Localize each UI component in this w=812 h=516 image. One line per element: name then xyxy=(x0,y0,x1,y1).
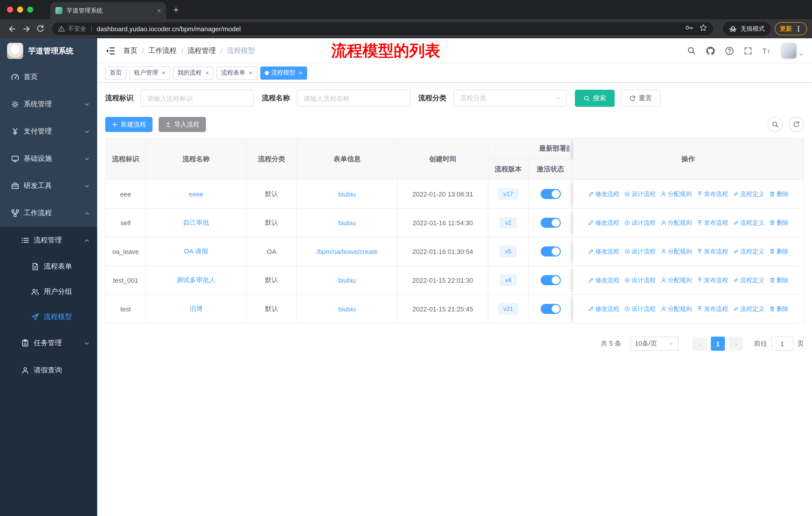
form-info-link[interactable]: biubiu xyxy=(338,276,356,284)
sidebar-item-payment[interactable]: 支付管理 xyxy=(0,118,97,145)
sidebar-item-process-management[interactable]: 流程管理 xyxy=(0,227,97,254)
active-toggle[interactable] xyxy=(541,189,560,199)
breadcrumb-workflow[interactable]: 工作流程 xyxy=(148,46,177,55)
process-definition-link[interactable]: 流程定义 xyxy=(733,218,764,227)
assign-rule-link[interactable]: 分配规则 xyxy=(660,305,692,313)
sidebar-item-workflow[interactable]: 工作流程 xyxy=(0,199,97,227)
fullscreen-icon[interactable] xyxy=(744,47,752,55)
active-toggle[interactable] xyxy=(541,218,560,228)
window-zoom-button[interactable] xyxy=(27,6,33,12)
help-icon[interactable] xyxy=(725,46,734,55)
search-button[interactable]: 搜索 xyxy=(575,90,615,107)
process-definition-link[interactable]: 流程定义 xyxy=(733,247,764,256)
sidebar-collapse-icon[interactable] xyxy=(105,46,115,56)
process-category-select[interactable]: 流程分类 xyxy=(454,90,567,107)
reset-button[interactable]: 重置 xyxy=(621,90,661,107)
sidebar-item-task-management[interactable]: 任务管理 xyxy=(0,330,97,357)
close-icon[interactable]: × xyxy=(299,70,303,76)
assign-rule-link[interactable]: 分配规则 xyxy=(660,190,692,198)
sidebar-item-user-group[interactable]: 用户分组 xyxy=(0,279,97,304)
tag-process-model[interactable]: 流程模型 × xyxy=(260,66,307,79)
publish-process-link[interactable]: 发布流程 xyxy=(696,305,728,313)
process-definition-link[interactable]: 流程定义 xyxy=(733,190,764,198)
design-process-link[interactable]: 设计流程 xyxy=(624,190,656,198)
font-size-icon[interactable] xyxy=(762,46,771,55)
assign-rule-link[interactable]: 分配规则 xyxy=(660,276,692,284)
modify-process-link[interactable]: 修改流程 xyxy=(588,247,619,256)
sidebar-item-process-form[interactable]: 流程表单 xyxy=(0,254,97,279)
delete-link[interactable]: 删除 xyxy=(769,305,789,313)
process-definition-link[interactable]: 流程定义 xyxy=(733,276,764,284)
refresh-table-button[interactable] xyxy=(789,117,804,132)
app-logo[interactable]: 芋道管理系统 xyxy=(0,38,97,63)
tag-process-form[interactable]: 流程表单 × xyxy=(216,66,257,79)
tag-home[interactable]: 首页 xyxy=(105,66,126,79)
modify-process-link[interactable]: 修改流程 xyxy=(588,190,619,198)
sidebar-item-leave-query[interactable]: 请假查询 xyxy=(0,357,97,384)
sidebar-item-home[interactable]: 首页 xyxy=(0,63,97,91)
modify-process-link[interactable]: 修改流程 xyxy=(588,218,619,227)
assign-rule-link[interactable]: 分配规则 xyxy=(660,247,692,256)
form-info-link[interactable]: biubiu xyxy=(338,219,356,226)
assign-rule-link[interactable]: 分配规则 xyxy=(660,218,692,227)
browser-menu-icon[interactable]: ⋮ xyxy=(795,25,802,33)
reload-button[interactable] xyxy=(33,22,47,36)
modify-process-link[interactable]: 修改流程 xyxy=(588,276,619,284)
current-page-button[interactable]: 1 xyxy=(711,336,725,351)
import-process-button[interactable]: 导入流程 xyxy=(158,117,206,132)
publish-process-link[interactable]: 发布流程 xyxy=(696,218,728,227)
tag-tenant-management[interactable]: 租户管理 × xyxy=(129,66,170,79)
close-icon[interactable]: × xyxy=(249,70,253,76)
publish-process-link[interactable]: 发布流程 xyxy=(696,247,728,256)
close-icon[interactable]: × xyxy=(205,70,209,76)
next-page-button[interactable]: › xyxy=(729,336,743,351)
breadcrumb-home[interactable]: 首页 xyxy=(123,46,138,55)
bookmark-star-icon[interactable] xyxy=(699,24,707,34)
forward-button[interactable] xyxy=(19,22,33,36)
process-name-link[interactable]: 滔博 xyxy=(190,305,203,313)
tag-my-process[interactable]: 我的流程 × xyxy=(173,66,213,79)
design-process-link[interactable]: 设计流程 xyxy=(624,305,656,313)
delete-link[interactable]: 删除 xyxy=(769,218,789,227)
sidebar-item-process-model[interactable]: 流程模型 xyxy=(0,304,97,330)
header-search-icon[interactable] xyxy=(687,46,696,55)
delete-link[interactable]: 删除 xyxy=(769,247,789,256)
delete-link[interactable]: 删除 xyxy=(769,276,789,284)
breadcrumb-process-management[interactable]: 流程管理 xyxy=(188,46,216,55)
page-size-select[interactable]: 10条/页 xyxy=(630,336,678,351)
sidebar-item-infra[interactable]: 基础设施 xyxy=(0,145,97,172)
form-info-link[interactable]: biubiu xyxy=(338,190,356,198)
active-toggle[interactable] xyxy=(541,275,560,285)
sidebar-item-devtools[interactable]: 研发工具 xyxy=(0,172,97,199)
goto-page-input[interactable] xyxy=(771,336,793,351)
form-info-link[interactable]: biubiu xyxy=(338,305,356,313)
modify-process-link[interactable]: 修改流程 xyxy=(588,305,619,313)
user-menu[interactable] xyxy=(781,43,804,58)
back-button[interactable] xyxy=(5,22,19,36)
active-toggle[interactable] xyxy=(541,304,560,314)
process-definition-link[interactable]: 流程定义 xyxy=(733,305,764,313)
design-process-link[interactable]: 设计流程 xyxy=(624,276,656,284)
browser-update-button[interactable]: 更新 ⋮ xyxy=(775,22,807,35)
active-toggle[interactable] xyxy=(541,246,560,256)
close-icon[interactable]: × xyxy=(162,70,165,76)
address-bar[interactable]: 不安全 dashboard.yudao.iocoder.cn/bpm/manag… xyxy=(51,22,714,36)
toggle-search-button[interactable] xyxy=(768,117,783,132)
form-info-link[interactable]: /bpm/oa/leave/create xyxy=(317,248,378,255)
process-name-link[interactable]: OA 请假 xyxy=(184,247,208,255)
process-id-input[interactable] xyxy=(141,90,254,107)
password-key-icon[interactable] xyxy=(685,24,693,34)
window-minimize-button[interactable] xyxy=(17,6,23,12)
process-name-link[interactable]: eeee xyxy=(189,190,203,198)
github-icon[interactable] xyxy=(706,46,715,55)
create-process-button[interactable]: 新建流程 xyxy=(105,117,152,132)
delete-link[interactable]: 删除 xyxy=(769,190,789,198)
design-process-link[interactable]: 设计流程 xyxy=(624,247,656,256)
process-name-link[interactable]: 自己审批 xyxy=(183,219,209,226)
window-close-button[interactable] xyxy=(7,6,13,12)
design-process-link[interactable]: 设计流程 xyxy=(624,218,656,227)
sidebar-item-system[interactable]: 系统管理 xyxy=(0,91,97,118)
publish-process-link[interactable]: 发布流程 xyxy=(696,276,728,284)
browser-tab[interactable]: 芋道管理系统 × xyxy=(50,2,166,19)
tab-close-icon[interactable]: × xyxy=(157,7,161,14)
